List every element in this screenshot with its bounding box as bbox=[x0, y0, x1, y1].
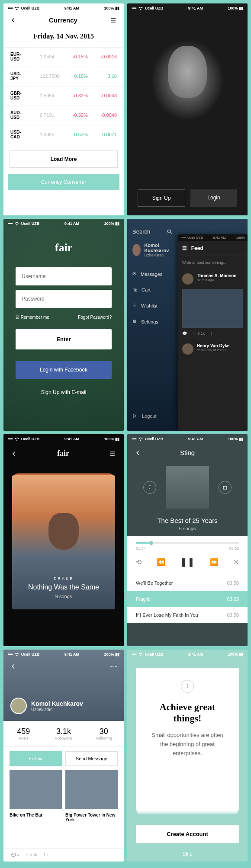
currency-row[interactable]: GBR-USD1.5054-0.32%-0.0048 bbox=[4, 86, 123, 105]
logo: fair bbox=[57, 449, 69, 458]
onboard-body: Small opportunities are often the beginn… bbox=[147, 731, 228, 758]
search-label[interactable]: Search bbox=[132, 228, 150, 235]
load-more-button[interactable]: Load More bbox=[10, 151, 118, 168]
status-bar: ••••• Ucell UZB 9:41 AM 100% ▮▮ bbox=[127, 434, 248, 444]
login-screen: ••••• Ucell UZB 9:41 AM 100% ▮▮ fair ☑ R… bbox=[3, 219, 124, 431]
currency-row[interactable]: USD-CAD1.33650.53%0.0071 bbox=[4, 125, 123, 144]
feed-peek: ••••• Ucell UZB9:41 AM100% ☰Feed Write o… bbox=[178, 234, 248, 431]
compose-input[interactable]: Write or post something... bbox=[178, 256, 248, 269]
onboard-card: 1 Achieve great things! Small opportunit… bbox=[136, 668, 239, 811]
avatar bbox=[10, 698, 27, 714]
onboard-screen: ••••• Ucell UZB 9:41 AM 100% ▮▮ 1 Achiev… bbox=[127, 650, 248, 862]
page-title: Currency bbox=[49, 16, 77, 24]
activity-icon[interactable]: 〰 bbox=[110, 663, 117, 671]
stat-following[interactable]: 30Following bbox=[84, 727, 124, 740]
menu-icon[interactable] bbox=[110, 17, 117, 23]
drawer-screen: Search Komol KuchkarovUzbekistan ✉Messag… bbox=[127, 219, 248, 431]
mail-icon: ✉ bbox=[132, 271, 136, 277]
email-signup-link[interactable]: Sign Up with E-mail bbox=[16, 389, 112, 395]
progress-bar[interactable] bbox=[136, 542, 239, 544]
artist-title: Sting bbox=[180, 449, 195, 456]
track-row[interactable]: If I Ever Lose My Faith In You03:50 bbox=[127, 607, 248, 623]
track-row[interactable]: We'll Be Together03:50 bbox=[127, 575, 248, 591]
menu-item-messages[interactable]: ✉Messages bbox=[132, 266, 173, 282]
artist-label: DRAKE bbox=[23, 577, 105, 581]
track-row[interactable]: Fragile03:25 bbox=[127, 591, 248, 607]
step-badge: 1 bbox=[181, 680, 194, 693]
menu-icon[interactable] bbox=[109, 451, 116, 457]
song-count: 9 songs bbox=[23, 594, 105, 599]
date-label: Friday, 14 Nov. 2015 bbox=[3, 27, 124, 46]
back-icon[interactable] bbox=[135, 450, 141, 456]
logout-icon bbox=[132, 413, 138, 419]
currency-row[interactable]: AUD-USD0.7191-0.32%-0.0048 bbox=[4, 106, 123, 124]
back-icon[interactable] bbox=[10, 17, 16, 23]
forgot-link[interactable]: Fogot Password? bbox=[78, 315, 112, 320]
cart-icon: 🛍 bbox=[132, 287, 137, 292]
status-bar: ••••• Ucell UZB 9:41 AM 100% ▮▮ bbox=[127, 3, 248, 13]
status-bar: ••••• Ucell UZB 9:41 AM 100% ▮▮ bbox=[3, 3, 124, 13]
stats-row: 459Posts3.1kFollowers30Following bbox=[3, 721, 124, 747]
feed-post[interactable]: Thomas S. Monson07 min ago bbox=[178, 269, 248, 289]
post-card[interactable]: Big Power Tower in New York bbox=[65, 770, 118, 823]
back-icon[interactable] bbox=[11, 451, 17, 457]
enter-button[interactable]: Enter bbox=[16, 329, 112, 349]
converter-button[interactable]: Currency Converter bbox=[8, 174, 119, 190]
album-title: Nothing Was the Same bbox=[23, 583, 105, 591]
next-icon[interactable]: ⏩ bbox=[210, 558, 219, 566]
bookmark-icon[interactable]: ◻ bbox=[219, 481, 232, 494]
stat-followers[interactable]: 3.1kFollowers bbox=[44, 727, 84, 740]
player-screen: ••••• Ucell UZB 9:41 AM 100% ▮▮ Sting ⤴ … bbox=[127, 434, 248, 646]
follow-button[interactable]: Follow bbox=[10, 751, 62, 766]
password-input[interactable] bbox=[16, 290, 112, 308]
search-icon[interactable] bbox=[167, 229, 173, 235]
remember-checkbox[interactable]: ☑ Remember me bbox=[16, 315, 49, 320]
repeat-icon[interactable]: ⟲ bbox=[136, 558, 142, 566]
username-input[interactable] bbox=[16, 267, 112, 285]
stat-posts[interactable]: 459Posts bbox=[3, 727, 44, 740]
status-bar: ••••• Ucell UZB 9:41 AM 100% ▮▮ bbox=[3, 650, 124, 659]
menu-item-wishlist[interactable]: ♡Wishlist bbox=[132, 298, 173, 314]
album-title: The Best of 25 Years bbox=[127, 517, 248, 524]
hamburger-icon[interactable]: ☰ bbox=[182, 245, 187, 251]
skip-button[interactable]: Skip bbox=[127, 847, 248, 862]
create-account-button[interactable]: Create Account bbox=[136, 825, 239, 843]
status-bar: ••••• Ucell UZB 9:41 AM 100% ▮▮ bbox=[3, 434, 124, 444]
album-screen: ••••• Ucell UZB 9:41 AM 100% ▮▮ fair DRA… bbox=[3, 434, 124, 646]
gear-icon: ⚙ bbox=[132, 319, 137, 324]
share-icon[interactable]: ⤴ bbox=[143, 481, 156, 494]
prev-icon[interactable]: ⏪ bbox=[157, 558, 165, 566]
status-bar: ••••• Ucell UZB 9:41 AM 100% ▮▮ bbox=[127, 650, 248, 659]
comment-icon[interactable]: 💬 4 bbox=[11, 853, 19, 857]
album-stack[interactable]: DRAKE Nothing Was the Same 9 songs bbox=[12, 475, 115, 609]
avatar bbox=[132, 244, 141, 256]
feed-post[interactable]: Henry Van DykeYesterday at 23:00 bbox=[178, 339, 248, 359]
post-actions: 💬 4 ♡ 8.1k ⤴ 1 bbox=[3, 848, 124, 862]
post-card[interactable]: Bike on The Bar bbox=[10, 770, 62, 823]
share-icon[interactable]: ⤴ 1 bbox=[43, 853, 49, 857]
shuffle-icon[interactable]: ⤭ bbox=[233, 558, 239, 566]
wifi-icon bbox=[14, 5, 20, 11]
message-button[interactable]: Send Message bbox=[65, 751, 118, 766]
menu-item-cart[interactable]: 🛍Cart bbox=[132, 282, 173, 298]
signup-button[interactable]: Sign Up bbox=[138, 189, 185, 207]
welcome-screen: ••••• Ucell UZB 9:41 AM 100% ▮▮ Sign Up … bbox=[127, 3, 248, 215]
status-bar: ••••• Ucell UZB 9:41 AM 100% ▮▮ bbox=[3, 219, 124, 228]
pause-icon[interactable]: ❚❚ bbox=[180, 557, 195, 567]
wifi-icon bbox=[138, 5, 144, 11]
facebook-button[interactable]: Login with Facebook bbox=[16, 361, 112, 379]
menu-item-settings[interactable]: ⚙Settings bbox=[132, 314, 173, 330]
user-profile[interactable]: Komol KuchkarovUzbekistan bbox=[132, 243, 173, 257]
heart-icon: ♡ bbox=[132, 303, 137, 308]
onboard-title: Achieve great things! bbox=[147, 701, 228, 724]
currency-table: EUR-USD1.0594-0.15%-0.0016USD-JPY122.750… bbox=[3, 46, 124, 144]
back-icon[interactable] bbox=[10, 663, 16, 671]
currency-row[interactable]: EUR-USD1.0594-0.15%-0.0016 bbox=[4, 47, 123, 66]
login-button[interactable]: Login bbox=[190, 189, 237, 207]
logout-button[interactable]: Logout bbox=[132, 408, 173, 424]
song-count: 6 songs bbox=[127, 526, 248, 531]
svg-point-0 bbox=[167, 230, 171, 233]
like-icon[interactable]: ♡ 8.1k bbox=[26, 853, 38, 857]
currency-row[interactable]: USD-JPY122.75000.15%0.18 bbox=[4, 67, 123, 85]
hero-image bbox=[127, 13, 248, 181]
